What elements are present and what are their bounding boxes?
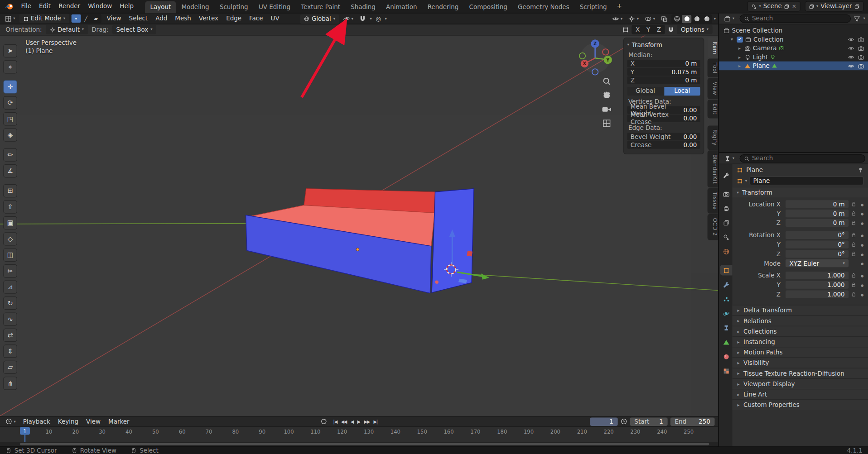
animate-dot[interactable]: ● xyxy=(858,273,866,277)
properties-tab-particles[interactable] xyxy=(720,294,733,304)
tool-button[interactable]: ◳ xyxy=(3,112,17,125)
menu-item[interactable]: View xyxy=(82,416,105,427)
menu-item[interactable]: Vertex xyxy=(195,13,222,24)
panel-section-collapsed[interactable]: ▸ Line Art xyxy=(733,389,868,399)
n-panel-tab[interactable]: BlenderKit xyxy=(708,150,718,187)
camera-view-button[interactable] xyxy=(602,107,611,112)
n-panel-tab[interactable]: Tissue xyxy=(708,188,718,214)
disable-in-renders-toggle[interactable] xyxy=(858,54,864,60)
gizmo-y-arrowhead[interactable] xyxy=(481,273,489,279)
menu-item[interactable]: Marker xyxy=(105,416,134,427)
outliner-row-collection[interactable]: ▾ ✔ Collection xyxy=(719,35,868,44)
value-field[interactable]: 1.000 ▾ xyxy=(786,272,849,279)
filter-dropdown[interactable]: ▾ xyxy=(863,17,865,21)
n-panel-tab[interactable]: Rigify xyxy=(708,126,718,150)
animate-dot[interactable]: ● xyxy=(858,202,866,206)
outliner-editor-type-dropdown[interactable]: ▾ xyxy=(722,14,736,23)
panel-section-collapsed[interactable]: ▸ Tissue Texture Reaction-Diffusion xyxy=(733,368,868,378)
playback-button[interactable]: |◀ xyxy=(332,418,339,425)
value-field[interactable]: 0 m ▾ xyxy=(786,219,849,227)
tool-button[interactable]: ⇧ xyxy=(3,200,17,213)
gizmos-dropdown[interactable]: ▾ xyxy=(627,14,641,24)
tool-button[interactable]: ◫ xyxy=(3,249,17,262)
median-field[interactable]: Y 0.075 m xyxy=(627,68,700,76)
frame-end-field[interactable]: End 250 xyxy=(670,417,715,425)
clock-icon[interactable] xyxy=(621,418,627,425)
zoom-button[interactable] xyxy=(604,78,610,85)
menu-item[interactable]: Mesh xyxy=(171,13,195,24)
properties-tab-tool[interactable] xyxy=(720,170,733,180)
menu-item[interactable]: Edit xyxy=(35,1,54,11)
disable-in-renders-toggle[interactable] xyxy=(858,36,864,42)
properties-tab-texture[interactable] xyxy=(720,366,733,376)
lock-icon[interactable] xyxy=(849,242,858,247)
lock-icon[interactable] xyxy=(849,201,858,207)
edge-data-field[interactable]: Crease 0.00 xyxy=(627,141,700,149)
gizmo-plane-handle-x[interactable] xyxy=(467,251,473,256)
properties-search-input[interactable]: Search xyxy=(739,154,865,162)
value-field[interactable]: 1.000 ▾ xyxy=(786,291,849,298)
object-name-input[interactable] xyxy=(749,177,863,186)
tool-button[interactable]: ✛ xyxy=(3,80,17,93)
workspace-tab[interactable]: Shading xyxy=(346,1,381,13)
value-field[interactable]: 0° ▾ xyxy=(786,231,849,239)
editor-type-dropdown[interactable]: ▾ xyxy=(3,14,17,23)
tool-button[interactable]: ⇕ xyxy=(3,344,17,358)
menu-item[interactable]: Edge xyxy=(222,13,246,24)
properties-editor-type-dropdown[interactable]: ▾ xyxy=(722,154,736,163)
tool-button[interactable]: ⊿ xyxy=(3,281,17,294)
value-field[interactable]: XYZ Euler ▾ xyxy=(786,259,849,267)
n-panel-tab[interactable]: View xyxy=(708,78,718,100)
menu-item[interactable]: Add xyxy=(152,13,171,24)
drag-dropdown[interactable]: Select Box ▾ xyxy=(112,25,156,34)
median-field[interactable]: Z 0 m xyxy=(627,76,700,84)
tool-button[interactable]: ⟳ xyxy=(3,96,17,110)
filter-icon[interactable] xyxy=(854,15,861,22)
workspace-tab[interactable]: Scripting xyxy=(575,1,612,13)
gizmo-dot[interactable] xyxy=(435,281,438,284)
panel-section-collapsed[interactable]: ▸ Relations xyxy=(733,315,868,326)
timeline-editor-type-dropdown[interactable]: ▾ xyxy=(3,417,18,426)
workspace-tab[interactable]: Geometry Nodes xyxy=(513,1,574,13)
tool-button[interactable]: ⌖ xyxy=(3,60,17,73)
tool-button[interactable]: ⊞ xyxy=(3,184,17,197)
n-panel-tab[interactable]: Tool xyxy=(708,59,718,78)
outliner-search-input[interactable]: Search xyxy=(739,14,851,23)
properties-tab-material[interactable] xyxy=(720,351,733,362)
panel-section-collapsed[interactable]: ▸ Viewport Display xyxy=(733,378,868,389)
menu-item[interactable]: File xyxy=(17,1,35,11)
workspace-tab[interactable]: Modeling xyxy=(177,1,214,13)
animate-dot[interactable]: ● xyxy=(858,233,866,237)
add-workspace-button[interactable]: + xyxy=(613,2,626,11)
n-panel-tab[interactable]: OCD 2 xyxy=(708,214,718,240)
menu-item[interactable]: Window xyxy=(84,1,116,11)
properties-tab-modifiers[interactable] xyxy=(720,279,733,290)
animate-dot[interactable]: ● xyxy=(858,283,866,287)
expand-icon[interactable]: ▸ xyxy=(737,46,742,51)
panel-section-collapsed[interactable]: ▸ Collections xyxy=(733,326,868,336)
snap-target-icon[interactable] xyxy=(668,26,675,33)
tool-button[interactable]: ✂ xyxy=(3,264,17,277)
workspace-tab[interactable]: UV Editing xyxy=(254,1,295,13)
select-mode-button[interactable]: ╱ xyxy=(81,14,91,23)
transform-panel-header[interactable]: ▾ Transform xyxy=(627,40,700,49)
lock-icon[interactable] xyxy=(849,211,858,216)
value-field[interactable]: 0° ▾ xyxy=(786,250,849,258)
value-field[interactable]: 0 m ▾ xyxy=(786,210,849,217)
panel-section-collapsed[interactable]: ▸ Visibility xyxy=(733,357,868,368)
nav-axis-z-neg[interactable] xyxy=(592,69,598,75)
tool-button[interactable]: ➤ xyxy=(3,44,17,57)
panel-section-collapsed[interactable]: ▸ Instancing xyxy=(733,336,868,347)
playback-button[interactable]: ▶| xyxy=(372,418,379,425)
menu-item[interactable]: Render xyxy=(55,1,84,11)
menu-item[interactable]: View xyxy=(103,13,125,24)
animate-dot[interactable]: ● xyxy=(858,211,866,215)
menu-item[interactable]: Playback xyxy=(19,416,54,427)
workspace-tab[interactable]: Texture Paint xyxy=(296,1,345,13)
properties-tab-world[interactable] xyxy=(720,246,733,257)
panel-section-collapsed[interactable]: ▸ Custom Properties xyxy=(733,399,868,410)
expand-icon[interactable]: ▸ xyxy=(737,63,742,68)
mirror-icon[interactable] xyxy=(622,26,629,33)
space-button[interactable]: Local xyxy=(664,87,700,96)
mirror-axis-toggle[interactable]: Y xyxy=(643,25,654,33)
